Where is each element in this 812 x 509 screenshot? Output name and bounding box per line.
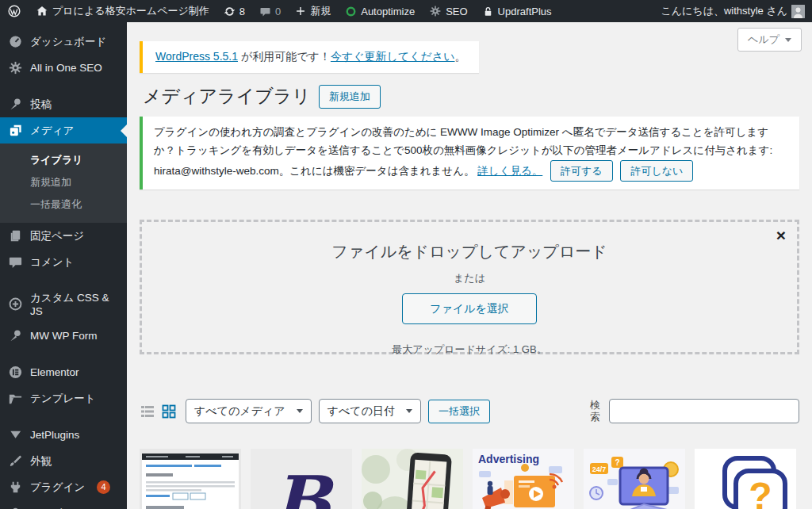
seo-menu[interactable]: SEO (422, 0, 474, 22)
admin-bar: プロによる格安ホームページ制作 8 0 新規 Autoptimize SEO U… (0, 0, 812, 22)
media-type-filter[interactable]: すべてのメディア (186, 399, 312, 423)
bulk-select-button[interactable]: 一括選択 (428, 400, 490, 423)
sidebar-item-custom-css-js[interactable]: カスタム CSS & JS (0, 285, 127, 323)
sidebar-item-elementor[interactable]: Elementor (0, 359, 127, 385)
pushpin-icon (8, 97, 23, 112)
comment-icon (8, 254, 23, 270)
submenu-item-bulk-optimize[interactable]: 一括最適化 (0, 193, 127, 216)
jet-triangle-icon (8, 427, 23, 442)
my-account-menu[interactable]: こんにちは、withstyle さん (653, 0, 812, 22)
sidebar-item-dashboard[interactable]: ダッシュボード (0, 29, 127, 55)
uploader-title: ファイルをドロップしてアップロード (142, 241, 797, 262)
comments-count: 0 (275, 6, 281, 17)
question-glyph: ? (749, 475, 772, 509)
updates-menu[interactable]: 8 (216, 0, 252, 22)
search-input[interactable] (609, 399, 799, 423)
add-new-button[interactable]: 新規追加 (319, 85, 381, 109)
updates-count: 8 (239, 6, 245, 17)
advertising-caption: Advertising (478, 453, 539, 465)
drag-drop-uploader: × ファイルをドロップしてアップロード または ファイルを選択 最大アップロード… (140, 220, 799, 354)
chevron-down-icon (297, 409, 303, 413)
sidebar-item-posts[interactable]: 投稿 (0, 91, 127, 117)
media-item-phone-map-photo[interactable] (362, 449, 463, 509)
sidebar-item-appearance[interactable]: 外観 (0, 448, 127, 474)
menu-separator (0, 81, 127, 91)
max-upload-size-text: 最大アップロードサイズ: 1 GB。 (142, 343, 797, 357)
date-filter[interactable]: すべての日付 (319, 399, 421, 423)
updraftplus-menu[interactable]: UpdraftPlus (475, 0, 559, 22)
update-now-link[interactable]: 今すぐ更新してください (331, 50, 455, 63)
badge-question: ? (615, 458, 619, 467)
media-item-dashboard-screenshot[interactable] (140, 449, 241, 509)
sidebar-item-comments[interactable]: コメント (0, 249, 127, 275)
media-grid: B (140, 449, 799, 509)
badge-24-7: 24/7 (592, 465, 607, 473)
home-icon (36, 5, 48, 17)
allow-button[interactable]: 許可する (550, 160, 613, 182)
new-label: 新規 (310, 4, 331, 18)
select-files-button[interactable]: ファイルを選択 (402, 293, 537, 324)
elementor-icon (8, 365, 23, 380)
uploader-or-text: または (142, 271, 797, 285)
sidebar-item-jetplugins[interactable]: JetPlugins (0, 422, 127, 448)
lock-icon (482, 6, 494, 17)
comments-icon (259, 6, 271, 17)
wp-logo-menu[interactable] (0, 0, 29, 22)
autoptimize-menu[interactable]: Autoptimize (338, 0, 422, 22)
greeting-text: こんにちは、withstyle さん (661, 4, 787, 18)
grid-view-icon[interactable] (161, 404, 177, 419)
folder-icon (8, 391, 23, 406)
autoptimize-label: Autoptimize (361, 6, 415, 17)
media-icon (8, 123, 23, 138)
sidebar-item-users[interactable]: ユーザー (0, 500, 127, 509)
plugins-update-badge: 4 (97, 480, 110, 494)
chevron-down-icon (406, 409, 412, 413)
new-content-menu[interactable]: 新規 (288, 0, 338, 22)
ewww-optin-notice: プラグインの使われ方の調査とプラグインの改善のために EWWW Image Op… (140, 117, 799, 189)
site-menu[interactable]: プロによる格安ホームページ制作 (29, 0, 216, 22)
list-view-icon[interactable] (140, 404, 155, 419)
seo-gear-icon (8, 60, 23, 75)
autoptimize-ring-icon (345, 6, 357, 17)
search-label: 検索 (590, 400, 603, 423)
submenu-item-library[interactable]: ライブラリ (0, 149, 127, 171)
wordpress-logo-icon (7, 4, 21, 18)
media-item-question-mark-illustration[interactable]: ? (695, 449, 796, 509)
submenu-item-add-new[interactable]: 新規追加 (0, 171, 127, 193)
sidebar-item-pages[interactable]: 固定ページ (0, 223, 127, 249)
update-icon (224, 6, 236, 17)
letter-b-glyph: B (273, 461, 335, 509)
menu-separator (0, 411, 127, 422)
wordpress-version-link[interactable]: WordPress 5.5.1 (155, 50, 238, 63)
updraft-label: UpdraftPlus (498, 6, 552, 17)
sidebar-item-templates[interactable]: テンプレート (0, 385, 127, 411)
comments-menu[interactable]: 0 (252, 0, 288, 22)
media-item-advertising-illustration[interactable]: Advertising (473, 449, 574, 509)
close-icon[interactable]: × (776, 227, 786, 243)
deny-button[interactable]: 許可しない (620, 160, 693, 182)
learn-more-link[interactable]: 詳しく見る。 (477, 165, 542, 177)
menu-separator (0, 275, 127, 285)
plug-icon (8, 480, 23, 495)
brush-icon (8, 454, 23, 469)
page-title: メディアライブラリ (143, 85, 311, 109)
user-icon (8, 506, 23, 509)
pushpin-icon (8, 328, 23, 343)
sidebar-item-plugins[interactable]: プラグイン4 (0, 474, 127, 500)
help-tab[interactable]: ヘルプ (737, 28, 802, 52)
avatar (791, 5, 805, 18)
update-nag: WordPress 5.5.1 が利用可能です！今すぐ更新してください。 (140, 41, 479, 73)
media-toolbar: すべてのメディア すべての日付 一括選択 検索 (140, 399, 799, 423)
pages-icon (8, 228, 23, 243)
media-item-letter-b-logo[interactable]: B (251, 449, 352, 509)
main-content: ヘルプ WordPress 5.5.1 が利用可能です！今すぐ更新してください。… (127, 22, 812, 509)
admin-sidebar: ダッシュボード All in One SEO 投稿 メディア ライブラリ 新規追… (0, 22, 127, 509)
media-submenu: ライブラリ 新規追加 一括最適化 (0, 144, 127, 223)
sidebar-item-mw-wp-form[interactable]: MW WP Form (0, 323, 127, 349)
media-item-support-illustration[interactable]: 24/7 ? (584, 449, 685, 509)
sidebar-item-all-in-one-seo[interactable]: All in One SEO (0, 55, 127, 81)
caret-down-icon (785, 38, 791, 42)
site-name: プロによる格安ホームページ制作 (52, 4, 209, 18)
sidebar-item-media[interactable]: メディア (0, 117, 127, 144)
seo-label: SEO (446, 6, 467, 17)
